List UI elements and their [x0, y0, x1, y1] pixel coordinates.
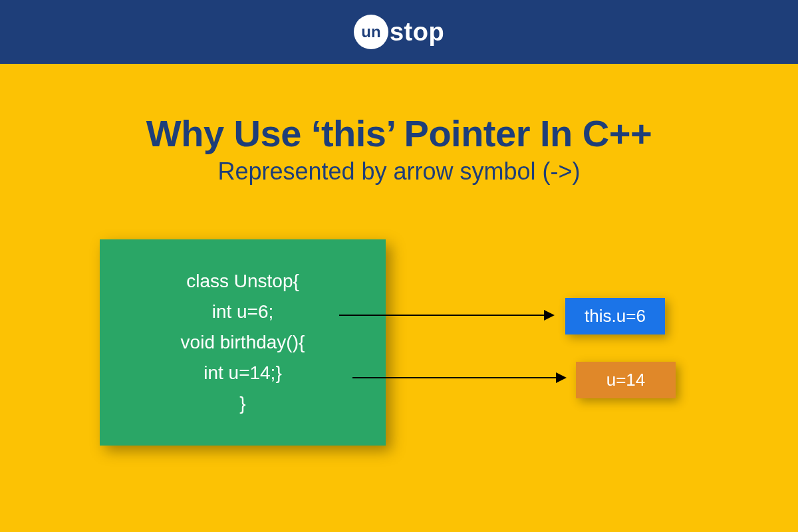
- code-line-3: void birthday(){: [181, 327, 305, 358]
- code-line-5: }: [181, 388, 305, 419]
- arrow-to-local-u: [352, 377, 565, 378]
- page-title: Why Use ‘this’ Pointer In C++: [0, 112, 798, 155]
- result-this-u: this.u=6: [565, 298, 665, 334]
- page-subtitle: Represented by arrow symbol (->): [0, 158, 798, 186]
- code-line-1: class Unstop{: [181, 266, 305, 297]
- result-local-u: u=14: [576, 362, 676, 398]
- arrow-to-this-u: [339, 315, 553, 316]
- logo-circle: un: [354, 15, 388, 49]
- logo-circle-text: un: [361, 23, 380, 41]
- code-line-4: int u=14;}: [181, 358, 305, 388]
- logo-suffix-text: stop: [390, 18, 444, 47]
- code-line-2: int u=6;: [181, 297, 305, 327]
- logo: un stop: [354, 15, 444, 49]
- header-bar: un stop: [0, 0, 798, 64]
- diagram-area: class Unstop{ int u=6; void birthday(){ …: [100, 239, 712, 479]
- code-lines: class Unstop{ int u=6; void birthday(){ …: [181, 266, 305, 420]
- code-box: class Unstop{ int u=6; void birthday(){ …: [100, 239, 386, 446]
- title-block: Why Use ‘this’ Pointer In C++ Represente…: [0, 112, 798, 186]
